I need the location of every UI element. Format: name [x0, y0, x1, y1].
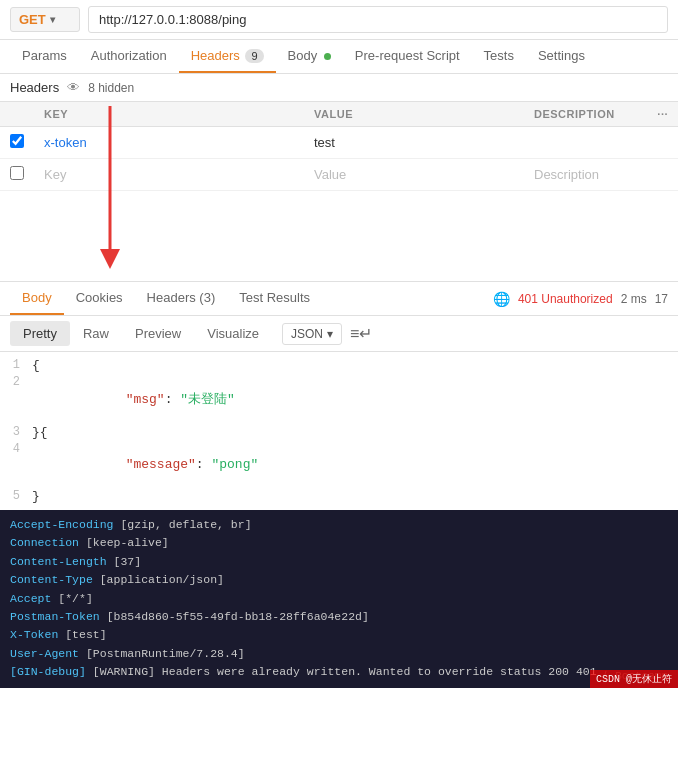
col-description: DESCRIPTION	[524, 102, 647, 127]
response-tabs-left: Body Cookies Headers (3) Test Results	[10, 282, 322, 315]
col-more: ···	[647, 102, 678, 127]
placeholder-more	[647, 159, 678, 191]
console-area: Accept-Encoding [gzip, deflate, br] Conn…	[0, 510, 678, 688]
console-line-4: Content-Type [application/json]	[10, 571, 668, 589]
response-tabs-row: Body Cookies Headers (3) Test Results 🌐 …	[0, 282, 678, 316]
col-key: KEY	[34, 102, 304, 127]
code-area-wrapper: Body Cookies Headers (3) Test Results 🌐 …	[0, 191, 678, 510]
hidden-count: 8 hidden	[88, 81, 134, 95]
code-area: 1 { 2 "msg": "未登陆" 3 }{ 4 "message": "po…	[0, 352, 678, 510]
code-key-msg: "msg"	[94, 392, 164, 407]
console-line-9: [GIN-debug] [WARNING] Headers were alrea…	[10, 663, 668, 681]
console-line-3: Content-Length [37]	[10, 553, 668, 571]
arrow-space	[0, 191, 678, 281]
tab-headers[interactable]: Headers 9	[179, 40, 276, 73]
code-content-4: "message": "pong"	[32, 442, 258, 487]
method-dropdown[interactable]: GET ▾	[10, 7, 80, 32]
placeholder-desc: Description	[534, 167, 599, 182]
code-key-message: "message"	[94, 457, 195, 472]
line-num-1: 1	[0, 358, 32, 372]
placeholder-key-cell: Key	[34, 159, 304, 191]
response-tab-cookies[interactable]: Cookies	[64, 282, 135, 315]
globe-icon: 🌐	[493, 291, 510, 307]
format-tab-visualize[interactable]: Visualize	[194, 321, 272, 346]
line-num-5: 5	[0, 489, 32, 503]
body-dot	[324, 53, 331, 60]
row-checkbox[interactable]	[10, 134, 24, 148]
code-brace-5: }	[32, 489, 40, 504]
line-num-2: 2	[0, 375, 32, 389]
line-num-4: 4	[0, 442, 32, 456]
format-tab-preview[interactable]: Preview	[122, 321, 194, 346]
code-line-2: 2 "msg": "未登陆"	[0, 374, 678, 424]
json-format-label: JSON	[291, 327, 323, 341]
row-more	[647, 127, 678, 159]
response-time: 2 ms	[621, 292, 647, 306]
console-line-7: X-Token [test]	[10, 626, 668, 644]
tab-settings[interactable]: Settings	[526, 40, 597, 73]
code-brace-1: {	[32, 358, 40, 373]
row-key-cell: x-token	[34, 127, 304, 159]
placeholder-value-cell: Value	[304, 159, 524, 191]
code-val-message: "pong"	[211, 457, 258, 472]
response-tab-test-results[interactable]: Test Results	[227, 282, 322, 315]
console-line-5: Accept [*/*]	[10, 590, 668, 608]
response-size: 17	[655, 292, 668, 306]
code-line-5: 5 }	[0, 488, 678, 505]
col-value: VALUE	[304, 102, 524, 127]
request-tabs: Params Authorization Headers 9 Body Pre-…	[0, 40, 678, 74]
csdn-watermark: CSDN @无休止符	[590, 670, 678, 688]
col-checkbox	[0, 102, 34, 127]
headers-badge: 9	[245, 49, 263, 63]
console-line-6: Postman-Token [b854d860-5f55-49fd-bb18-2…	[10, 608, 668, 626]
row-desc-cell	[524, 127, 647, 159]
headers-table: KEY VALUE DESCRIPTION ··· x-token test	[0, 102, 678, 191]
format-row: Pretty Raw Preview Visualize JSON ▾ ≡↵	[0, 316, 678, 352]
row-checkbox-cell	[0, 127, 34, 159]
tab-authorization[interactable]: Authorization	[79, 40, 179, 73]
console-line-8: User-Agent [PostmanRuntime/7.28.4]	[10, 645, 668, 663]
placeholder-desc-cell: Description	[524, 159, 647, 191]
response-tab-headers[interactable]: Headers (3)	[135, 282, 228, 315]
response-tab-body[interactable]: Body	[10, 282, 64, 315]
tab-pre-request[interactable]: Pre-request Script	[343, 40, 472, 73]
table-row: x-token test	[0, 127, 678, 159]
response-status: 🌐 401 Unauthorized 2 ms 17	[493, 291, 668, 307]
eye-icon[interactable]: 👁	[67, 80, 80, 95]
wrap-icon[interactable]: ≡↵	[350, 324, 372, 343]
code-line-3: 3 }{	[0, 424, 678, 441]
console-line-1: Accept-Encoding [gzip, deflate, br]	[10, 516, 668, 534]
placeholder-checkbox[interactable]	[10, 166, 24, 180]
headers-meta: Headers 👁 8 hidden	[0, 74, 678, 102]
table-row-placeholder: Key Value Description	[0, 159, 678, 191]
placeholder-value: Value	[314, 167, 346, 182]
code-brace-3: }{	[32, 425, 48, 440]
url-bar: GET ▾	[0, 0, 678, 40]
line-num-3: 3	[0, 425, 32, 439]
row-key: x-token	[44, 135, 87, 150]
code-line-4: 4 "message": "pong"	[0, 441, 678, 488]
code-content-2: "msg": "未登陆"	[32, 375, 235, 423]
placeholder-key: Key	[44, 167, 66, 182]
row-value-cell: test	[304, 127, 524, 159]
console-line-2: Connection [keep-alive]	[10, 534, 668, 552]
format-tab-pretty[interactable]: Pretty	[10, 321, 70, 346]
tab-params[interactable]: Params	[10, 40, 79, 73]
placeholder-checkbox-cell	[0, 159, 34, 191]
url-input[interactable]	[88, 6, 668, 33]
row-value: test	[314, 135, 335, 150]
method-label: GET	[19, 12, 46, 27]
status-code: 401 Unauthorized	[518, 292, 613, 306]
tab-tests[interactable]: Tests	[472, 40, 526, 73]
method-chevron: ▾	[50, 14, 55, 25]
headers-label: Headers	[10, 80, 59, 95]
code-val-msg: "未登陆"	[180, 392, 235, 407]
json-format-chevron: ▾	[327, 327, 333, 341]
json-format-select[interactable]: JSON ▾	[282, 323, 342, 345]
code-line-1: 1 {	[0, 357, 678, 374]
format-tab-raw[interactable]: Raw	[70, 321, 122, 346]
tab-body[interactable]: Body	[276, 40, 343, 73]
